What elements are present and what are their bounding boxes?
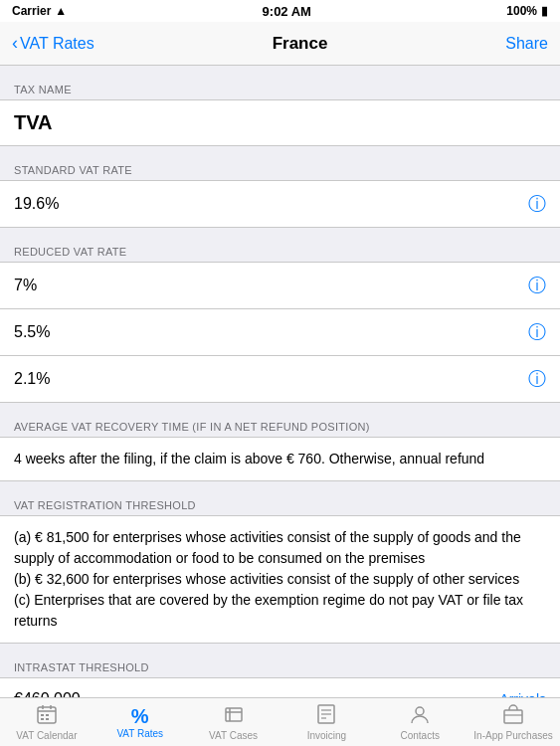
tab-invoicing-label: Invoicing: [307, 730, 346, 741]
standard-vat-value: 19.6%: [14, 195, 520, 213]
svg-rect-4: [41, 714, 44, 716]
tab-in-app-purchases[interactable]: In-App Purchases: [467, 698, 560, 747]
tab-vat-calendar[interactable]: VAT Calendar: [0, 698, 93, 747]
tab-vat-rates[interactable]: % VAT Rates: [93, 698, 187, 747]
back-button[interactable]: ‹ VAT Rates: [12, 33, 94, 54]
status-time: 9:02 AM: [263, 4, 311, 19]
status-bar-left: Carrier ▲: [12, 4, 67, 18]
back-label: VAT Rates: [20, 35, 94, 53]
svg-rect-16: [504, 710, 522, 723]
tab-contacts[interactable]: Contacts: [373, 698, 467, 747]
avg-recovery-row: 4 weeks after the filing, if the claim i…: [0, 437, 560, 481]
tab-vat-cases-label: VAT Cases: [209, 730, 258, 741]
share-button[interactable]: Share: [505, 35, 548, 53]
reduced-vat-row-2: 5.5% ⓘ: [0, 309, 560, 356]
tab-bar: VAT Calendar % VAT Rates VAT Cases Invoi…: [0, 697, 560, 746]
vat-registration-value: (a) € 81,500 for enterprises whose activ…: [14, 529, 523, 629]
standard-vat-row: 19.6% ⓘ: [0, 180, 560, 228]
reduced-vat-info-icon-3[interactable]: ⓘ: [528, 367, 546, 391]
reduced-vat-value-2: 5.5%: [14, 323, 520, 341]
reduced-vat-row-1: 7% ⓘ: [0, 262, 560, 309]
reduced-vat-value-1: 7%: [14, 277, 520, 294]
section-header-reduced-vat: REDUCED VAT RATE: [0, 236, 560, 262]
tax-name-row: TVA: [0, 99, 560, 146]
spacer-vat-registration: [0, 481, 560, 489]
tab-in-app-purchases-label: In-App Purchases: [473, 730, 553, 741]
battery-icon: ▮: [541, 4, 548, 18]
spacer-reduced-vat: [0, 228, 560, 236]
intrastat-arrivals-value: €460,000: [14, 690, 499, 697]
reduced-vat-row-3: 2.1% ⓘ: [0, 356, 560, 403]
reduced-vat-info-icon-2[interactable]: ⓘ: [528, 320, 546, 344]
section-header-standard-vat: STANDARD VAT RATE: [0, 154, 560, 180]
avg-recovery-value: 4 weeks after the filing, if the claim i…: [14, 451, 484, 466]
vat-rates-icon: %: [131, 706, 149, 726]
reduced-vat-value-3: 2.1%: [14, 370, 520, 388]
vat-registration-row: (a) € 81,500 for enterprises whose activ…: [0, 515, 560, 644]
battery-label: 100%: [506, 4, 537, 18]
section-header-avg-recovery: AVERAGE VAT RECOVERY TIME (IF IN A NET R…: [0, 411, 560, 437]
carrier-label: Carrier: [12, 4, 51, 18]
page-title: France: [273, 34, 328, 54]
status-bar: Carrier ▲ 9:02 AM 100% ▮: [0, 0, 560, 22]
tax-name-value: TVA: [14, 111, 546, 134]
contacts-icon: [409, 703, 431, 728]
section-header-intrastat: INTRASTAT THRESHOLD: [0, 652, 560, 677]
svg-rect-5: [46, 714, 49, 716]
nav-bar: ‹ VAT Rates France Share: [0, 22, 560, 66]
vat-calendar-icon: [36, 703, 58, 728]
tab-vat-rates-label: VAT Rates: [116, 728, 163, 739]
chevron-left-icon: ‹: [12, 33, 18, 54]
status-bar-right: 100% ▮: [506, 4, 548, 18]
section-header-vat-registration: VAT REGISTRATION THRESHOLD: [0, 489, 560, 515]
intrastat-arrivals-row: €460,000 Arrivals: [0, 677, 560, 697]
svg-point-15: [416, 707, 424, 715]
reduced-vat-info-icon-1[interactable]: ⓘ: [528, 274, 546, 297]
spacer-standard-vat: [0, 146, 560, 154]
invoicing-icon: [315, 703, 337, 728]
spacer-avg-recovery: [0, 403, 560, 411]
tab-vat-calendar-label: VAT Calendar: [16, 730, 77, 741]
vat-cases-icon: [223, 703, 245, 728]
tab-invoicing[interactable]: Invoicing: [280, 698, 373, 747]
spacer-tax-name: [0, 66, 560, 74]
section-header-tax-name: TAX NAME: [0, 74, 560, 99]
main-content: TAX NAME TVA STANDARD VAT RATE 19.6% ⓘ R…: [0, 66, 560, 697]
in-app-purchases-icon: [502, 703, 524, 728]
spacer-intrastat: [0, 644, 560, 652]
wifi-icon: ▲: [55, 4, 67, 18]
tab-vat-cases[interactable]: VAT Cases: [187, 698, 280, 747]
standard-vat-info-icon[interactable]: ⓘ: [528, 192, 546, 216]
svg-rect-8: [226, 708, 242, 721]
tab-contacts-label: Contacts: [400, 730, 439, 741]
svg-rect-7: [46, 718, 49, 720]
svg-rect-6: [41, 718, 44, 720]
